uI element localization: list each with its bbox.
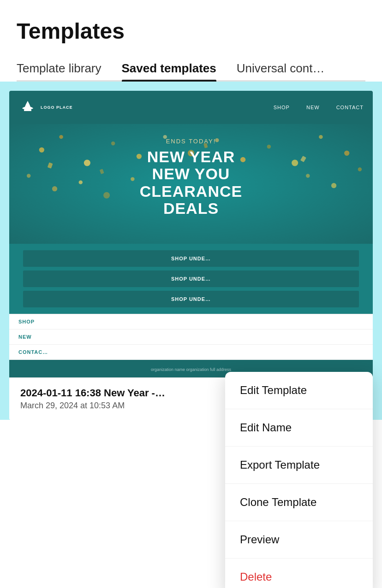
footer-link-new: NEW bbox=[18, 334, 32, 340]
main-content: LOGO PLACE SHOP NEW CONTACT bbox=[0, 82, 382, 420]
context-menu-export-template[interactable]: Export Template bbox=[225, 447, 373, 484]
email-nav-links: SHOP NEW CONTACT bbox=[274, 105, 364, 110]
footer-link-contact: CONTAC… bbox=[18, 349, 48, 355]
cta-btn-3: SHOP UNDE… bbox=[23, 291, 359, 307]
cta-btn-1: SHOP UNDE… bbox=[23, 250, 359, 267]
footer-link-row-2: NEW bbox=[9, 329, 373, 345]
tab-template-library[interactable]: Template library bbox=[17, 57, 101, 80]
card-date: March 29, 2024 at 10:53 AM bbox=[20, 401, 165, 411]
template-card-wrapper: LOGO PLACE SHOP NEW CONTACT bbox=[0, 82, 382, 420]
nav-link-contact: CONTACT bbox=[336, 105, 364, 110]
tab-saved-templates[interactable]: Saved templates bbox=[122, 57, 216, 80]
context-menu-clone-template[interactable]: Clone Template bbox=[225, 484, 373, 521]
email-footer-links: SHOP NEW CONTAC… organization name organ… bbox=[9, 314, 373, 377]
footer-link-row-3: CONTAC… bbox=[9, 345, 373, 360]
footer-link-row-1: SHOP bbox=[9, 314, 373, 329]
hero-title: NEW YEAR NEW YOU CLEARANCE DEALS bbox=[18, 148, 364, 218]
page-header: Templates Template library Saved templat… bbox=[0, 0, 382, 82]
card-title: 2024-01-11 16:38 New Year -… bbox=[20, 387, 165, 399]
logo-text: LOGO PLACE bbox=[41, 105, 73, 110]
cta-btn-2: SHOP UNDE… bbox=[23, 270, 359, 287]
logo-area: LOGO PLACE bbox=[18, 98, 73, 117]
context-menu-edit-name[interactable]: Edit Name bbox=[225, 409, 373, 447]
tab-universal-content[interactable]: Universal cont… bbox=[237, 57, 325, 80]
hero-section: ENDS TODAY! NEW YEAR NEW YOU CLEARANCE D… bbox=[9, 124, 373, 244]
footer-link-shop: SHOP bbox=[18, 319, 35, 324]
context-menu-preview[interactable]: Preview bbox=[225, 521, 373, 559]
nav-link-shop: SHOP bbox=[274, 105, 290, 110]
card-text: 2024-01-11 16:38 New Year -… March 29, 2… bbox=[20, 387, 165, 411]
logo-icon bbox=[18, 98, 37, 117]
cta-buttons-section: SHOP UNDE… SHOP UNDE… SHOP UNDE… bbox=[9, 244, 373, 314]
template-card: LOGO PLACE SHOP NEW CONTACT bbox=[9, 91, 373, 420]
context-menu-edit-template[interactable]: Edit Template bbox=[225, 372, 373, 409]
nav-link-new: NEW bbox=[306, 105, 320, 110]
context-menu: Edit Template Edit Name Export Template … bbox=[225, 372, 373, 588]
footer-address-text: organization name organization full addr… bbox=[151, 367, 231, 372]
hero-subtitle: ENDS TODAY! bbox=[18, 138, 364, 145]
tabs-nav: Template library Saved templates Univers… bbox=[17, 57, 365, 82]
email-header: LOGO PLACE SHOP NEW CONTACT bbox=[9, 91, 373, 124]
page-title: Templates bbox=[17, 18, 365, 44]
context-menu-delete[interactable]: Delete bbox=[225, 559, 373, 588]
email-preview: LOGO PLACE SHOP NEW CONTACT bbox=[9, 91, 373, 377]
